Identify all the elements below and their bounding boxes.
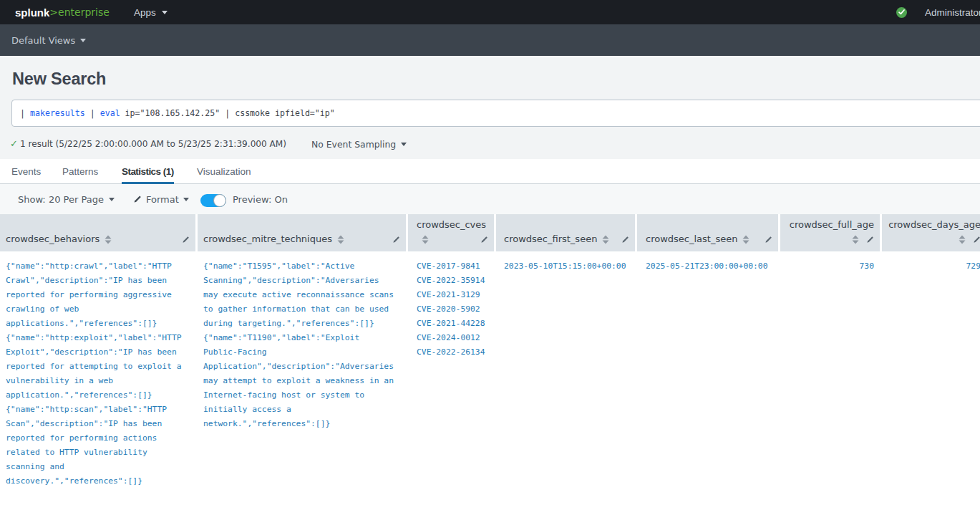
column-name: crowdsec_first_seen <box>504 232 597 246</box>
apps-menu-label: Apps <box>134 7 156 18</box>
cell-value[interactable]: CVE-⁠2022-⁠35914 <box>417 273 488 287</box>
cell-value[interactable]: CVE-⁠2022-⁠26134 <box>417 345 488 359</box>
query-token-plain: | <box>20 108 30 118</box>
event-sampling-label: No Event Sampling <box>311 139 396 150</box>
cell-crowdsec_first_seen[interactable]: 2023-⁠05-⁠10T15:15:00+00:00 <box>496 251 635 273</box>
cell-crowdsec_mitre_techniques[interactable]: {"name":"T1595","label":"Active Scanning… <box>198 251 406 430</box>
sort-icon[interactable] <box>422 235 429 244</box>
caret-down-icon <box>401 143 407 146</box>
query-token-plain: | <box>85 108 100 118</box>
query-token-command: makeresults <box>30 108 85 118</box>
edit-column-icon[interactable] <box>182 236 190 244</box>
cell-value[interactable]: {"name":"http:scan","label":"HTTP Scan",… <box>6 402 185 488</box>
cell-value[interactable]: {"name":"http:crawl","label":"HTTP Crawl… <box>6 259 185 330</box>
cell-value[interactable]: CVE-⁠2020-⁠5902 <box>417 302 488 316</box>
apps-menu[interactable]: Apps <box>134 0 168 24</box>
caret-down-icon <box>80 39 86 42</box>
cell-crowdsec_cves[interactable]: CVE-⁠2017-⁠9841CVE-⁠2022-⁠35914CVE-⁠2021… <box>408 251 494 359</box>
edit-column-icon[interactable] <box>621 236 629 244</box>
column-header-crowdsec_mitre_techniques[interactable]: crowdsec_mitre_techniques <box>198 214 406 251</box>
cell-value[interactable]: CVE-⁠2017-⁠9841 <box>417 259 488 273</box>
results-tabs: EventsPatternsStatistics (1)Visualizatio… <box>0 159 980 184</box>
sort-icon[interactable] <box>959 235 966 244</box>
cell-crowdsec_behaviors[interactable]: {"name":"http:crawl","label":"HTTP Crawl… <box>0 251 195 488</box>
cell-value[interactable]: CVE-⁠2021-⁠44228 <box>417 316 488 330</box>
column-name: crowdsec_full_age <box>790 218 874 232</box>
cell-value[interactable]: CVE-⁠2021-⁠3129 <box>417 287 488 302</box>
per-page-menu[interactable]: Show: 20 Per Page <box>18 184 115 214</box>
edit-column-icon[interactable] <box>480 236 488 244</box>
column-name: crowdsec_days_age <box>888 218 980 232</box>
results-toolbar: Show: 20 Per Page Format Preview: On <box>0 184 980 214</box>
edit-column-icon[interactable] <box>392 236 400 244</box>
cell-value[interactable]: 729 <box>888 259 980 273</box>
preview-toggle-knob <box>213 194 226 207</box>
column-header-crowdsec_cves[interactable]: crowdsec_cves <box>408 214 494 251</box>
logo-splunk-text: splunk <box>15 6 49 19</box>
column-name: crowdsec_behaviors <box>6 232 100 246</box>
tab-visualization[interactable]: Visualization <box>197 166 251 177</box>
column-header-crowdsec_last_seen[interactable]: crowdsec_last_seen <box>637 214 778 251</box>
per-page-label: Show: 20 Per Page <box>18 194 104 205</box>
caret-down-icon <box>109 198 115 201</box>
cell-value[interactable]: {"name":"T1595","label":"Active Scanning… <box>203 259 396 330</box>
result-count-text: 1 result (5/22/25 2:00:00.000 AM to 5/23… <box>20 139 286 149</box>
tab-statistics[interactable]: Statistics (1) <box>122 166 174 177</box>
cell-value[interactable]: 2025-⁠05-⁠21T23:00:00+00:00 <box>646 259 772 273</box>
user-menu[interactable]: Administrator <box>896 0 980 24</box>
caret-down-icon <box>162 11 168 14</box>
edit-column-icon[interactable] <box>866 236 874 244</box>
edit-column-icon[interactable] <box>973 236 980 244</box>
column-header-crowdsec_first_seen[interactable]: crowdsec_first_seen <box>496 214 635 251</box>
column-header-crowdsec_days_age[interactable]: crowdsec_days_age <box>882 214 980 251</box>
format-menu[interactable]: Format <box>133 184 189 214</box>
sort-icon[interactable] <box>852 235 859 244</box>
results-table-header: crowdsec_behaviorscrowdsec_mitre_techniq… <box>0 214 980 251</box>
default-views-menu[interactable]: Default Views <box>11 24 86 56</box>
pencil-icon <box>133 195 142 203</box>
tab-patterns[interactable]: Patterns <box>62 166 98 177</box>
job-status-row: ✓ 1 result (5/22/25 2:00:00.000 AM to 5/… <box>0 138 980 151</box>
query-token-plain: ip="108.165.142.25" | cssmoke ipfield="i… <box>120 108 335 118</box>
preview-toggle[interactable] <box>200 194 226 207</box>
cell-value[interactable]: 730 <box>786 259 874 273</box>
cell-value[interactable]: 2023-⁠05-⁠10T15:15:00+00:00 <box>504 259 629 273</box>
user-status-icon <box>896 7 907 18</box>
sort-icon[interactable] <box>337 235 344 244</box>
search-query-input[interactable]: | makeresults | eval ip="108.165.142.25"… <box>20 100 335 126</box>
preview-label: Preview: On <box>233 184 288 214</box>
page-title: New Search <box>12 69 106 89</box>
column-name: crowdsec_mitre_techniques <box>203 232 332 246</box>
column-name: crowdsec_last_seen <box>646 232 737 246</box>
sort-icon[interactable] <box>105 235 112 244</box>
logo-product-text: enterprise <box>58 6 110 18</box>
column-header-crowdsec_full_age[interactable]: crowdsec_full_age <box>780 214 880 251</box>
splunk-logo[interactable]: splunk>enterprise <box>15 0 110 24</box>
query-token-command: eval <box>100 108 120 118</box>
sort-icon[interactable] <box>602 235 609 244</box>
user-menu-label: Administrator <box>925 7 980 18</box>
job-done-check-icon: ✓ <box>10 138 18 150</box>
logo-gt-text: > <box>49 6 58 18</box>
event-sampling-menu[interactable]: No Event Sampling <box>311 139 407 150</box>
default-views-label: Default Views <box>11 35 75 46</box>
cell-crowdsec_last_seen[interactable]: 2025-⁠05-⁠21T23:00:00+00:00 <box>637 251 778 273</box>
cell-crowdsec_days_age[interactable]: 729 <box>882 251 980 273</box>
caret-down-icon <box>183 198 189 201</box>
splunk-search-page: splunk>enterprise Apps Administrator Def… <box>0 0 980 510</box>
app-bar: Default Views <box>0 24 980 56</box>
tab-events[interactable]: Events <box>11 166 41 177</box>
column-header-crowdsec_behaviors[interactable]: crowdsec_behaviors <box>0 214 195 251</box>
cell-value[interactable]: {"name":"T1190","label":"Exploit Public-… <box>203 330 396 430</box>
sort-icon[interactable] <box>742 235 749 244</box>
search-header: New Search | makeresults | eval ip="108.… <box>0 56 980 159</box>
cell-crowdsec_full_age[interactable]: 730 <box>780 251 880 273</box>
format-label: Format <box>146 194 179 205</box>
cell-value[interactable]: CVE-⁠2024-⁠0012 <box>417 330 488 345</box>
edit-column-icon[interactable] <box>765 236 772 244</box>
top-bar: splunk>enterprise Apps Administrator <box>0 0 980 24</box>
search-bar[interactable]: | makeresults | eval ip="108.165.142.25"… <box>11 100 980 127</box>
column-name: crowdsec_cves <box>417 218 486 232</box>
cell-value[interactable]: {"name":"http:exploit","label":"HTTP Exp… <box>6 330 185 402</box>
